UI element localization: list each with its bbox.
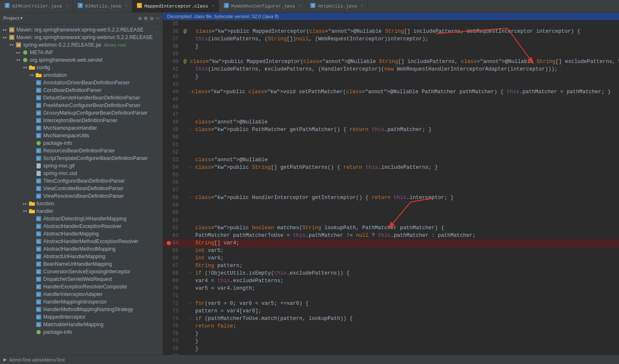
svg-text:C: C — [37, 111, 40, 115]
tree-arrow-icon[interactable]: ▸ — [2, 26, 8, 33]
tree-item[interactable]: ▾config — [0, 64, 163, 71]
tree-item[interactable]: CFreeMarkerConfigurerBeanDefinitionParse… — [0, 102, 163, 109]
tree-node-icon: C — [35, 238, 42, 245]
fold-icon[interactable]: ▾ — [188, 194, 194, 202]
tree-arrow-icon[interactable]: ▸ — [15, 49, 22, 56]
editor-info-bar: Decompiled .class file, bytecode version… — [163, 13, 619, 20]
gear-icon[interactable]: ⚙ — [150, 15, 153, 22]
tree-item[interactable]: CViewControllerBeanDefinitionParser — [0, 185, 163, 192]
tree-item[interactable]: CConversionServiceExposingInterceptor — [0, 268, 163, 275]
tree-item[interactable]: CCorsBeanDefinitionParser — [0, 86, 163, 94]
tree-item-label: GroovyMarkupConfigurerBeanDefinitionPars… — [43, 110, 147, 116]
tree-item[interactable]: CBeanNameUrlHandlerMapping — [0, 260, 163, 268]
tab-icon: J — [77, 3, 83, 10]
tree-item[interactable]: package-info — [0, 139, 163, 147]
tree-item-label: DefaultServletHandlerBeanDefinitionParse… — [43, 95, 140, 101]
tree-arrow-icon[interactable]: ▸ — [22, 200, 29, 207]
tree-item[interactable]: ▸MMaven: org.springframework:spring-web:… — [0, 26, 163, 34]
tree-item[interactable]: CTilesConfigurerBeanDefinitionParser — [0, 177, 163, 185]
tree-item[interactable]: CMatchableHandlerMapping — [0, 321, 163, 328]
tree-item[interactable]: CGroovyMarkupConfigurerBeanDefinitionPar… — [0, 109, 163, 117]
tree-item[interactable]: spring-mvc.gif — [0, 162, 163, 170]
tab-bimutils-java[interactable]: JBIMUtils.java× — [73, 0, 132, 12]
code-line: 36@class="kw">public MappedInterceptor(c… — [163, 28, 619, 35]
tab-mywebmvcconfigurer-java[interactable]: JMyWebMvcConfigurer.java× — [219, 0, 306, 12]
svg-rect-40 — [37, 171, 41, 176]
tree-item[interactable]: ▾handler — [0, 207, 163, 215]
tree-item[interactable]: CHandlerExceptionResolverComposite — [0, 283, 163, 291]
code-line: 68▾ if (!ObjectUtils.isEmpty(this.exclud… — [163, 270, 619, 277]
svg-text:C: C — [37, 255, 40, 259]
tree-item[interactable]: ▾annotation — [0, 71, 163, 79]
tab-label: MyWebMvcConfigurer.java — [231, 4, 295, 9]
line-gutter: 37 — [163, 35, 182, 43]
tree-node-icon — [35, 170, 42, 177]
tab-close-button[interactable]: × — [212, 4, 215, 8]
tree-item-label: HandlerInterceptorAdapter — [43, 291, 102, 297]
fold-icon[interactable]: ▾ — [188, 315, 194, 322]
tree-node-icon — [29, 208, 35, 215]
breakpoint-icon[interactable] — [167, 241, 171, 245]
fold-icon[interactable]: ▾ — [188, 126, 194, 134]
tree-item[interactable]: CAbstractDetectingUrlHandlerMapping — [0, 215, 163, 223]
line-content: class="kw">public MappedInterceptor(clas… — [189, 58, 619, 65]
tree-item[interactable]: CAnnotationDrivenBeanDefinitionParser — [0, 79, 163, 86]
tree-node-icon: C — [35, 178, 42, 184]
tree-item[interactable]: CMvcNamespaceUtils — [0, 132, 163, 139]
tree-item[interactable]: ▾Mspring-webmvc-5.2.2.RELEASE.jarlibrary… — [0, 41, 163, 49]
tree-item[interactable]: ▾org.springframework.web.servlet — [0, 56, 163, 64]
tree-item[interactable]: CDefaultServletHandlerBeanDefinitionPars… — [0, 94, 163, 102]
sidebar-header: Project ▾ ⚙ ⊞ ⚙ — — [0, 13, 163, 24]
tab-close-button[interactable]: × — [299, 4, 301, 8]
tree-arrow-icon[interactable]: ▾ — [22, 208, 29, 215]
tree-item[interactable]: CAbstractHandlerMethodExceptionResolver — [0, 238, 163, 245]
fold-icon[interactable]: ▾ — [188, 300, 194, 307]
fold-icon[interactable]: ▾ — [188, 164, 194, 171]
tree-arrow-icon[interactable]: ▾ — [22, 64, 29, 71]
tree-item[interactable]: CAbstractHandlerMapping — [0, 230, 163, 238]
tree-arrow-icon[interactable]: ▸ — [2, 34, 8, 41]
tree-item[interactable]: CHandlerInterceptorAdapter — [0, 291, 163, 298]
tree-item[interactable]: CAbstractHandlerExceptionResolver — [0, 223, 163, 230]
settings-icon[interactable]: ⚙ — [139, 15, 142, 22]
tree-item[interactable]: CResourcesBeanDefinitionParser — [0, 147, 163, 155]
tree-item[interactable]: CScriptTemplateConfigurerBeanDefinitionP… — [0, 155, 163, 162]
tree-arrow-icon[interactable]: ▾ — [29, 72, 35, 79]
tree-item[interactable]: ▸MMaven: org.springframework:spring-webm… — [0, 34, 163, 41]
tab-close-button[interactable]: × — [125, 4, 128, 8]
tree-item[interactable]: ▸function — [0, 200, 163, 207]
code-line: 79 — [163, 353, 619, 355]
tab-mappedinterceptor-class[interactable]: CMappedInterceptor.class× — [132, 0, 219, 12]
line-content — [194, 141, 619, 149]
tab-httputils-java[interactable]: JHttpUtils.java× — [306, 0, 367, 12]
tree-item[interactable]: ▸META-INF — [0, 49, 163, 56]
tree-node-icon: C — [35, 215, 42, 222]
tree-item[interactable]: CMvcNamespaceHandler — [0, 124, 163, 132]
tree-item[interactable]: CMappedInterceptor — [0, 313, 163, 321]
tab-close-button[interactable]: × — [361, 4, 363, 8]
tree-item[interactable]: CAbstractHandlerMethodMapping — [0, 245, 163, 253]
tree-arrow-icon[interactable]: ▾ — [8, 42, 15, 48]
tab-bimcontroller-java[interactable]: JBIMController.java× — [0, 0, 73, 12]
tree-item[interactable]: CViewResolversBeanDefinitionParser — [0, 192, 163, 200]
code-container[interactable]: 35 36@class="kw">public MappedIntercepto… — [163, 20, 619, 355]
line-gutter: 48 — [163, 118, 182, 126]
tree-item[interactable]: CDispatcherServletWebRequest — [0, 275, 163, 283]
tree-item[interactable]: spring-mvc.xsd — [0, 170, 163, 177]
tree-item[interactable]: CHandlerMappingIntrospector — [0, 298, 163, 306]
tree-item[interactable]: CHandlerMethodMappingNamingStrategy — [0, 306, 163, 313]
tree-node-icon: C — [35, 306, 42, 313]
tree-item[interactable]: CAbstractUrlHandlerMapping — [0, 253, 163, 260]
svg-text:C: C — [37, 225, 40, 228]
code-line: 51 — [163, 141, 619, 149]
tree-item[interactable]: CInterceptorsBeanDefinitionParser — [0, 117, 163, 124]
layout-icon[interactable]: ⊞ — [144, 15, 148, 22]
fold-icon[interactable]: ▾ — [188, 270, 194, 277]
tree-item[interactable]: package-info — [0, 328, 163, 336]
tree-item-label: MvcNamespaceHandler — [43, 125, 97, 131]
close-icon[interactable]: — — [156, 15, 159, 21]
code-line: 43 — [163, 81, 619, 88]
tab-close-button[interactable]: × — [66, 4, 68, 8]
line-number: 44 — [173, 88, 178, 96]
tree-arrow-icon[interactable]: ▾ — [15, 57, 22, 63]
